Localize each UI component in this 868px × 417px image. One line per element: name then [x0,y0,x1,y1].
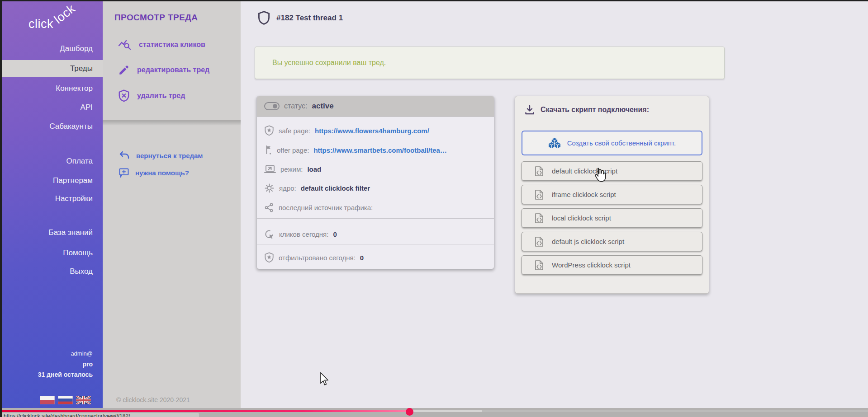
core-row: ядро: default clicklock filter [264,182,370,194]
script-button-label: default js clicklock script [552,238,624,245]
sidebar-item-threads[interactable]: Треды [0,60,103,77]
script-button-label: default clicklock script [552,167,617,175]
status-url-bubble: https://clicklock.site/dashboard/connect… [0,413,199,417]
row-label: отфильтровано сегодня: [279,254,356,262]
panel-link-label: вернуться к тредам [136,152,203,159]
account-email: admin@ [38,349,93,359]
filtered-today-row: отфильтровано сегодня: 0 [264,251,364,264]
sidebar-item-dashboard[interactable]: Дашборд [0,40,103,57]
mouse-hand-cursor [593,167,607,183]
iframe-clicklock-script-button[interactable]: iframe clicklock script [522,185,702,204]
clicklock-logo: click lock [28,6,96,33]
card-divider [257,244,494,244]
account-info: admin@ pro 31 дней осталось [38,349,93,380]
panel-divider [103,120,241,128]
file-code-icon [535,213,544,224]
download-scripts-title: Скачать скрипт подключения: [541,106,649,114]
core-value: default clicklock filter [301,184,370,192]
undo-icon [119,151,130,160]
sidebar-item-knowledge-base[interactable]: База знаний [0,224,103,241]
account-days-left: 31 дней осталось [38,370,93,380]
status-url: https://clicklock.site/dashboard/connect… [4,413,199,417]
need-help-link[interactable]: нужна помощь? [119,168,189,178]
player-handle[interactable] [406,408,413,416]
uk-flag-icon[interactable] [76,396,91,404]
sidebar-item-help[interactable]: Помощь [0,244,103,262]
wordpress-clicklock-script-button[interactable]: WordPress clicklock script [522,255,702,275]
cubes-icon [548,137,561,149]
toggle-on-icon[interactable] [264,102,280,110]
sidebar-item-partners[interactable]: Партнерам [0,172,103,189]
offer-page-link[interactable]: https://www.smartbets.com/football/tea… [313,146,446,154]
clicks-today-value: 0 [333,230,337,238]
panel-title: ПРОСМОТР ТРЕДА [114,13,198,23]
video-player-bar: https://clicklock.site/dashboard/connect… [0,408,868,417]
sidebar-item-payment[interactable]: Оплата [0,153,103,170]
sidebar-item-connector[interactable]: Коннектор [0,80,103,97]
sidebar-item-settings[interactable]: Настройки [0,190,103,207]
panel-item-edit-thread[interactable]: редактировать тред [118,64,209,76]
player-progress[interactable] [0,410,407,412]
thread-view-panel: ПРОСМОТР ТРЕДА статистика кликов редакти… [103,0,241,417]
sidebar-item-subaccounts[interactable]: Сабакаунты [0,118,103,135]
local-clicklock-script-button[interactable]: local clicklock script [522,208,702,228]
status-value: active [312,102,333,111]
flag-pin-icon [264,145,272,155]
create-custom-script-button[interactable]: Создать свой собственный скрипт. [522,131,702,155]
shield-star-icon [264,252,274,263]
sidebar-item-logout[interactable]: Выход [0,263,103,280]
thread-status-card: статус: active safe page: https://www.fl… [256,96,494,269]
panel-item-click-stats[interactable]: статистика кликов [118,39,205,51]
panel-item-label: удалить тред [137,92,185,100]
sidebar-item-api[interactable]: API [0,99,103,116]
default-js-clicklock-script-button[interactable]: default js clicklock script [522,232,702,251]
letterbox-edge-top [0,0,868,1]
click-stats-icon [118,39,132,51]
file-code-icon [535,260,544,271]
success-message: Вы успешно сохранили ваш тред. [272,59,386,67]
last-traffic-source-row: последний источник трафика: [264,201,377,214]
logo-text-lock: lock [52,2,78,27]
row-label: последний источник трафика: [279,204,373,211]
safe-page-row: safe page: https://www.flowers4hamburg.c… [264,124,429,137]
default-clicklock-script-button[interactable]: default clicklock script [522,161,702,181]
safe-page-link[interactable]: https://www.flowers4hamburg.com/ [315,127,429,135]
panel-item-label: редактировать тред [137,66,209,74]
filtered-today-value: 0 [360,254,364,262]
sidebar: click lock Дашборд Треды Коннектор API С… [0,0,103,417]
panel-item-delete-thread[interactable]: удалить тред [118,89,185,102]
gear-icon [264,183,275,193]
laptop-arrow-icon [264,164,276,174]
status-card-header: статус: active [257,96,494,117]
cursor-click-icon [264,229,275,239]
poland-flag-icon[interactable] [40,396,55,404]
script-button-label: local clicklock script [552,214,611,222]
download-icon [524,104,535,115]
russia-flag-icon[interactable] [58,396,73,404]
download-scripts-card: Скачать скрипт подключения: Создать свой… [515,96,709,294]
mouse-arrow-cursor [319,372,328,386]
download-scripts-header: Скачать скрипт подключения: [524,104,649,115]
row-label: safe page: [279,127,310,135]
panel-item-label: статистика кликов [139,41,205,49]
row-label: offer page: [277,146,309,154]
shield-star-icon [264,125,274,136]
file-code-icon [535,166,544,177]
row-label: ядро: [279,184,296,192]
player-track[interactable] [482,410,868,412]
language-switcher [40,396,91,404]
thread-title: #182 Test thread 1 [276,14,343,23]
status-label: статус: [284,102,307,110]
file-code-icon [535,189,544,200]
shield-x-icon [118,89,130,102]
file-code-icon [535,236,544,247]
script-button-label: WordPress clicklock script [552,261,631,269]
back-to-threads-link[interactable]: вернуться к тредам [119,151,203,160]
letterbox-edge-left [0,0,2,417]
success-message-box: Вы успешно сохранили ваш тред. [255,47,725,79]
logo-text-click: click [28,17,53,31]
player-buffered-track[interactable] [407,410,482,412]
script-button-label: iframe clicklock script [552,191,616,198]
main-content: #182 Test thread 1 Вы успешно сохранили … [241,0,868,417]
row-label: кликов сегодня: [279,230,328,238]
